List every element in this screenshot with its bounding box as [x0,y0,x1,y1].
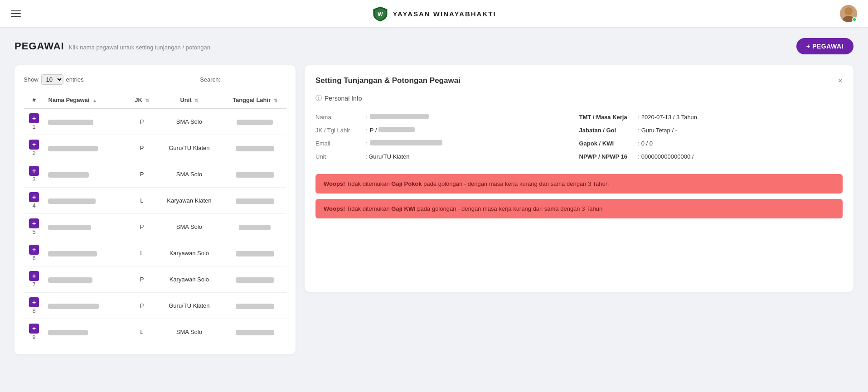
table-row[interactable]: + 7PKaryawan Solo [24,266,286,293]
table-row[interactable]: + 9LSMA Solo [24,319,286,345]
nama-blurred [48,198,96,204]
col-header-unit[interactable]: Unit ⇅ [155,92,223,108]
row-number: 8 [33,307,36,314]
col-header-num[interactable]: # [24,92,44,108]
search-wrap: Search: [200,75,286,84]
nama-blurred [48,172,89,178]
table-row[interactable]: + 8PGuru/TU Klaten [24,293,286,319]
table-row[interactable]: + 3PSMA Solo [24,161,286,188]
row-nama[interactable] [44,240,129,266]
row-unit: Guru/TU Klaten [155,135,223,161]
nama-blurred [48,146,98,151]
row-nama[interactable] [44,266,129,293]
expand-button[interactable]: + [29,297,39,307]
add-pegawai-button[interactable]: + PEGAWAI [796,38,853,54]
table-row[interactable]: + 1PSMA Solo [24,108,286,135]
row-unit: SMA Solo [155,108,223,135]
expand-button[interactable]: + [29,324,39,334]
tgl-blurred [236,330,274,335]
unit-label: Unit [315,153,365,160]
row-unit: Karyawan Solo [155,240,223,266]
row-nama[interactable] [44,188,129,214]
row-tgl [223,266,286,293]
expand-button[interactable]: + [29,192,39,202]
table-row[interactable]: + 6LKaryawan Solo [24,240,286,266]
pegawai-table: # Nama Pegawai ▲ JK ⇅ Unit ⇅ Tanggal Lah… [24,92,286,345]
svg-point-1 [844,7,853,15]
row-tgl [223,188,286,214]
nama-blurred [48,277,92,283]
info-tmt: TMT / Masa Kerja : 2020-07-13 / 3 Tahun [579,111,843,124]
row-hash: + 2 [24,135,44,161]
entries-label: entries [66,76,84,83]
page-title-wrap: PEGAWAI Klik nama pegawai untuk setting … [15,40,210,52]
expand-button[interactable]: + [29,218,39,228]
info-jk-tgl: JK / Tgl Lahir : P / [315,124,579,137]
expand-button[interactable]: + [29,113,39,123]
search-label: Search: [200,76,220,83]
row-number: 6 [33,255,36,261]
header: W YAYASAN WINAYABHAKTI [0,0,868,27]
info-col-left: Nama : JK / Tgl Lahir : P / Email : [315,111,579,163]
tgl-blurred [236,251,274,256]
row-tgl [223,108,286,135]
row-nama[interactable] [44,161,129,188]
info-col-right: TMT / Masa Kerja : 2020-07-13 / 3 Tahun … [579,111,843,163]
page-subtitle: Klik nama pegawai untuk setting tunjanga… [69,44,210,51]
close-button[interactable]: × [838,77,843,85]
table-header-row: # Nama Pegawai ▲ JK ⇅ Unit ⇅ Tanggal Lah… [24,92,286,108]
row-jk: P [129,293,155,319]
table-row[interactable]: + 2PGuru/TU Klaten [24,135,286,161]
row-unit: SMA Solo [155,161,223,188]
col-header-tgl[interactable]: Tanggal Lahir ⇅ [223,92,286,108]
section-label-text: Personal Info [325,95,362,102]
col-header-nama[interactable]: Nama Pegawai ▲ [44,92,129,108]
gapok-label: Gapok / KWI [579,140,638,147]
row-nama[interactable] [44,135,129,161]
nama-blurred [48,120,93,125]
alert-box-1: Woops! Tidak ditemukan Gaji KWI pada gol… [315,199,843,218]
row-unit: SMA Solo [155,214,223,240]
expand-button[interactable]: + [29,245,39,255]
row-hash: + 9 [24,319,44,345]
hamburger-menu[interactable] [11,10,21,17]
row-jk: P [129,108,155,135]
row-jk: P [129,161,155,188]
expand-button[interactable]: + [29,140,39,150]
row-hash: + 7 [24,266,44,293]
info-jabatan: Jabatan / Gol : Guru Tetap / - [579,124,843,137]
nama-blurred [48,225,91,230]
user-avatar[interactable] [840,5,857,22]
online-indicator [852,17,857,22]
nama-blurred [48,251,97,256]
row-nama[interactable] [44,319,129,345]
tmt-value: : 2020-07-13 / 3 Tahun [638,114,698,121]
row-nama[interactable] [44,214,129,240]
entries-select[interactable]: 10 25 50 [41,74,63,85]
svg-text:W: W [378,11,383,18]
row-number: 5 [33,228,36,235]
row-nama[interactable] [44,293,129,319]
table-row[interactable]: + 4LKaryawan Klaten [24,188,286,214]
row-jk: P [129,266,155,293]
gapok-value: : 0 / 0 [638,140,653,147]
tgl-value-blurred [378,127,415,132]
row-number: 9 [33,334,36,340]
detail-title: Setting Tunjangan & Potongan Pegawai [315,76,461,85]
expand-button[interactable]: + [29,166,39,176]
col-header-jk[interactable]: JK ⇅ [129,92,155,108]
search-input[interactable] [223,75,286,84]
expand-button[interactable]: + [29,271,39,281]
row-nama[interactable] [44,108,129,135]
row-number: 1 [33,123,36,130]
row-tgl [223,135,286,161]
row-hash: + 8 [24,293,44,319]
tgl-blurred [236,198,274,204]
row-tgl [223,240,286,266]
nama-value [370,114,429,119]
row-number: 3 [33,176,36,183]
alert-box-0: Woops! Tidak ditemukan Gaji Pokok pada g… [315,174,843,194]
table-row[interactable]: + 5PSMA Solo [24,214,286,240]
row-jk: P [129,135,155,161]
logo-icon: W [372,5,388,22]
